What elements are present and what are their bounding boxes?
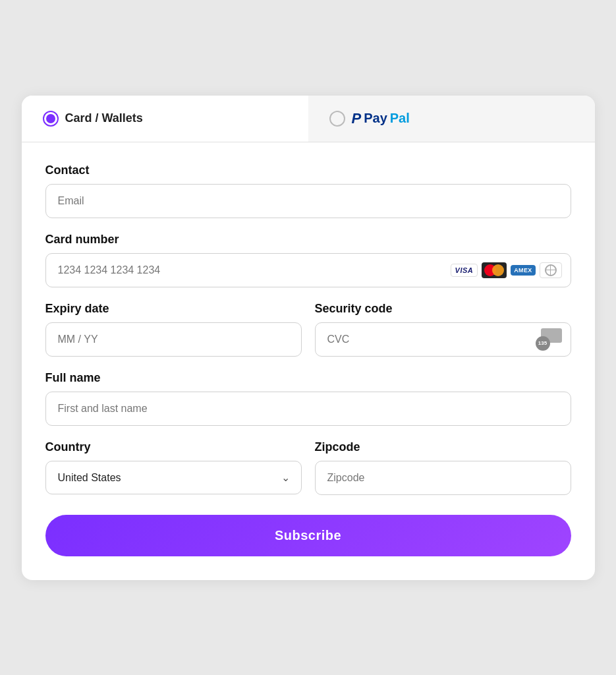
diners-icon xyxy=(540,262,562,278)
paypal-pay-text: Pay xyxy=(364,111,387,126)
cvc-input[interactable] xyxy=(315,322,571,357)
country-select[interactable]: United States Canada United Kingdom Aust… xyxy=(45,461,302,494)
country-label: Country xyxy=(45,440,302,454)
amex-icon: AMEX xyxy=(511,265,535,276)
expiry-label: Expiry date xyxy=(45,302,302,316)
payment-form: Contact Card number VISA AMEX xyxy=(22,142,595,580)
security-label: Security code xyxy=(315,302,571,316)
cvc-wrapper: 135 xyxy=(315,322,571,357)
cvc-card-badge: 135 xyxy=(541,328,562,351)
expiry-security-row: Expiry date Security code 135 xyxy=(45,302,571,357)
country-col: Country United States Canada United King… xyxy=(45,440,302,495)
tab-card-wallets[interactable]: Card / Wallets xyxy=(22,96,308,142)
cvc-number-badge: 135 xyxy=(536,336,550,351)
fullname-input[interactable] xyxy=(45,392,571,426)
fullname-label: Full name xyxy=(45,371,571,385)
payment-card: Card / Wallets P PayPal Contact Card num… xyxy=(22,96,595,580)
card-number-wrapper: VISA AMEX xyxy=(45,253,571,287)
cvc-icon: 135 xyxy=(541,328,562,351)
radio-card-wallets[interactable] xyxy=(43,111,59,127)
country-zip-row: Country United States Canada United King… xyxy=(45,440,571,495)
mastercard-icon xyxy=(482,262,507,278)
zipcode-input[interactable] xyxy=(315,461,571,495)
card-brand-icons: VISA AMEX xyxy=(451,262,562,278)
security-col: Security code 135 xyxy=(315,302,571,357)
email-input[interactable] xyxy=(45,184,571,218)
expiry-input[interactable] xyxy=(45,322,302,357)
payment-tabs: Card / Wallets P PayPal xyxy=(22,96,595,142)
contact-label: Contact xyxy=(45,163,571,177)
visa-icon: VISA xyxy=(451,264,478,277)
subscribe-button[interactable]: Subscribe xyxy=(45,515,571,556)
tab-paypal[interactable]: P PayPal xyxy=(308,96,595,142)
tab-card-wallets-label: Card / Wallets xyxy=(65,111,143,125)
paypal-p-icon: P xyxy=(352,110,362,127)
card-number-label: Card number xyxy=(45,233,571,247)
zipcode-label: Zipcode xyxy=(315,440,571,454)
expiry-col: Expiry date xyxy=(45,302,302,357)
zipcode-col: Zipcode xyxy=(315,440,571,495)
country-select-wrapper: United States Canada United Kingdom Aust… xyxy=(45,461,302,494)
radio-paypal[interactable] xyxy=(329,111,345,127)
paypal-logo: P PayPal xyxy=(352,110,410,127)
paypal-pal-text: Pal xyxy=(390,111,410,126)
